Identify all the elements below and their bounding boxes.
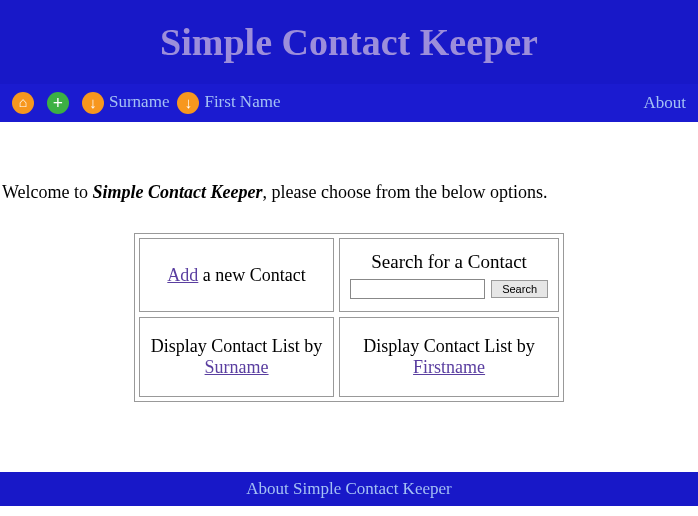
welcome-to: to [74, 182, 93, 202]
search-button[interactable]: Search [491, 280, 548, 298]
welcome-word: Welcome [2, 182, 74, 202]
toolbar: ⌂ + ↓Surname ↓First Name About [0, 84, 698, 122]
plus-icon: + [47, 92, 69, 114]
search-title: Search for a Contact [350, 251, 548, 273]
welcome-rest: , please choose from the below options. [263, 182, 548, 202]
add-contact-link[interactable]: Add [167, 265, 198, 285]
sort-surname-link[interactable]: ↓Surname [78, 92, 173, 114]
page-title: Simple Contact Keeper [0, 20, 698, 64]
add-contact-cell: Add a new Contact [139, 238, 334, 312]
list-by-firstname-cell: Display Contact List by Firstname [339, 317, 559, 397]
home-link[interactable]: ⌂ [8, 92, 43, 114]
list-by-surname-cell: Display Contact List by Surname [139, 317, 334, 397]
footer-about-link[interactable]: About Simple Contact Keeper [246, 479, 451, 498]
about-link[interactable]: About [640, 93, 691, 112]
add-contact-rest: a new Contact [198, 265, 305, 285]
options-grid: Add a new Contact Search for a Contact S… [134, 233, 564, 402]
welcome-app-name: Simple Contact Keeper [93, 182, 263, 202]
list-surname-pre: Display Contact List by [151, 336, 322, 356]
footer: About Simple Contact Keeper [0, 472, 698, 506]
arrow-down-icon: ↓ [177, 92, 199, 114]
home-icon: ⌂ [12, 92, 34, 114]
list-by-surname-link[interactable]: Surname [205, 357, 269, 377]
sort-firstname-link[interactable]: ↓First Name [173, 92, 284, 114]
search-input[interactable] [350, 279, 485, 299]
welcome-text: Welcome to Simple Contact Keeper, please… [0, 122, 698, 233]
toolbar-firstname-label: First Name [204, 92, 280, 111]
add-link[interactable]: + [43, 92, 78, 114]
arrow-down-icon: ↓ [82, 92, 104, 114]
header: Simple Contact Keeper [0, 0, 698, 84]
search-contact-cell: Search for a Contact Search [339, 238, 559, 312]
toolbar-surname-label: Surname [109, 92, 169, 111]
list-firstname-pre: Display Contact List by [363, 336, 534, 356]
list-by-firstname-link[interactable]: Firstname [413, 357, 485, 377]
